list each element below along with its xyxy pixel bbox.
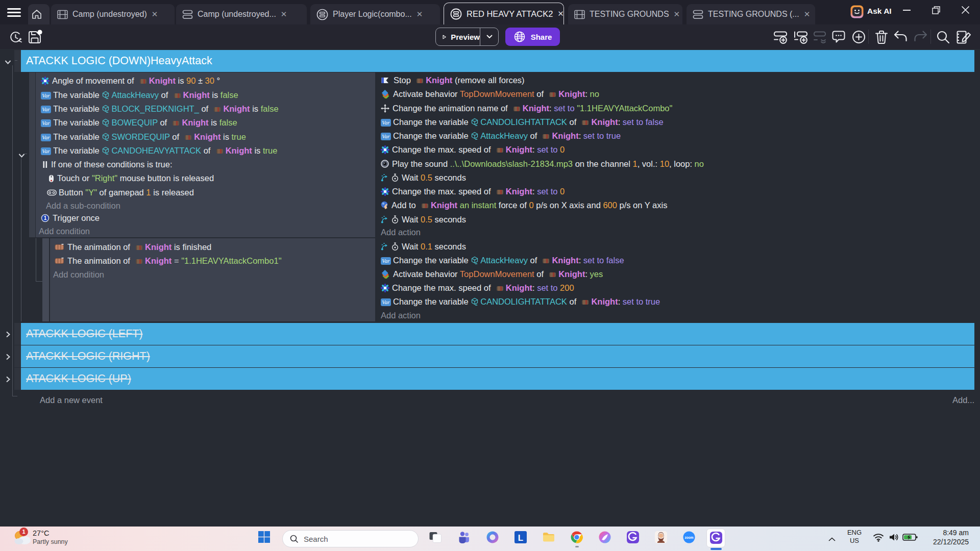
svg-text:1: 1 — [44, 215, 47, 221]
svg-text:zoom: zoom — [685, 536, 694, 539]
svg-text:L: L — [518, 533, 523, 543]
